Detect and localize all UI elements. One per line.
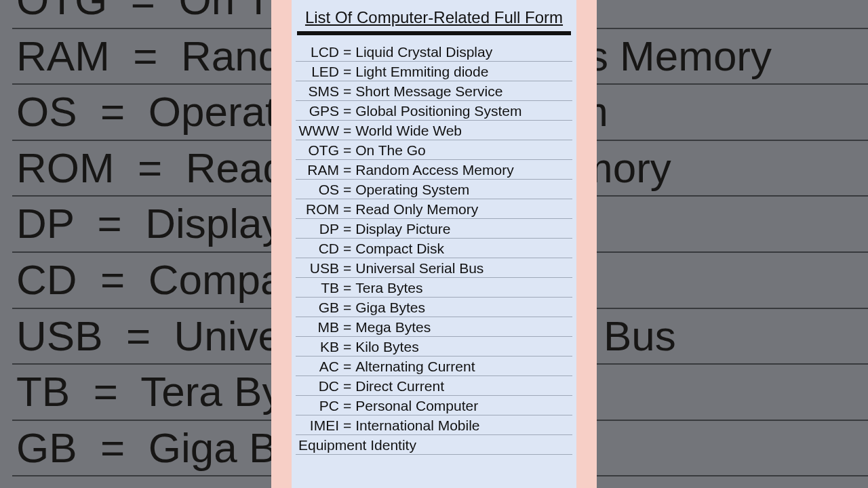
full-form: Kilo Bytes xyxy=(355,339,418,354)
full-form: Direct Current xyxy=(355,378,444,394)
list-item: OS=Operating System xyxy=(296,180,572,199)
list-item: LCD=Liquid Crystal Display xyxy=(296,42,572,62)
full-form: Light Emmiting diode xyxy=(355,64,488,79)
equals-sign: = xyxy=(339,64,355,79)
list-item: GB=Giga Bytes xyxy=(296,298,572,317)
list-item: IMEI=International Mobile xyxy=(296,415,572,435)
abbr: KB xyxy=(296,339,339,355)
full-form: World Wide Web xyxy=(355,123,462,138)
abbr: WWW xyxy=(296,123,339,139)
full-form: Random Access Memory xyxy=(355,162,513,178)
list-item: DC=Direct Current xyxy=(296,376,572,396)
full-form: Compact Disk xyxy=(355,241,444,256)
full-form: Mega Bytes xyxy=(355,319,431,335)
abbr: DP xyxy=(296,221,339,237)
equals-sign: = xyxy=(339,201,355,217)
abbr: OTG xyxy=(296,142,339,159)
abbr: IMEI xyxy=(296,418,339,434)
list-item: AC=Alternating Current xyxy=(296,357,572,376)
full-form: Liquid Crystal Display xyxy=(355,44,492,60)
abbr: GPS xyxy=(296,103,339,119)
list-item: OTG=On The Go xyxy=(296,140,572,160)
abbr: TB xyxy=(296,280,339,296)
paper-sheet: List Of Computer-Related Full Form LCD=L… xyxy=(292,0,576,488)
equals-sign: = xyxy=(339,44,355,60)
full-form: Personal Computer xyxy=(355,398,478,413)
list-item: MB=Mega Bytes xyxy=(296,317,572,337)
equals-sign: = xyxy=(339,123,355,138)
stage: OTG = On The GoRAM = Random Access Memor… xyxy=(0,0,868,488)
list-item: CD=Compact Disk xyxy=(296,239,572,258)
equals-sign: = xyxy=(339,241,355,256)
list-item: DP=Display Picture xyxy=(296,219,572,239)
full-form: Alternating Current xyxy=(355,359,475,374)
list-item: PC=Personal Computer xyxy=(296,396,572,415)
abbr: CD xyxy=(296,241,339,257)
equals-sign: = xyxy=(339,398,355,413)
full-form: Read Only Memory xyxy=(355,201,478,217)
list-item: ROM=Read Only Memory xyxy=(296,199,572,219)
full-form: Universal Serial Bus xyxy=(355,260,484,276)
equals-sign: = xyxy=(339,260,355,276)
equals-sign: = xyxy=(339,182,355,197)
list-item: KB=Kilo Bytes xyxy=(296,337,572,357)
abbr: MB xyxy=(296,319,339,336)
equals-sign: = xyxy=(339,221,355,237)
full-form: Giga Bytes xyxy=(355,300,425,315)
list-item: WWW=World Wide Web xyxy=(296,121,572,140)
full-form: Global Positioning System xyxy=(355,103,521,119)
phone-frame: List Of Computer-Related Full Form LCD=L… xyxy=(271,0,597,488)
equals-sign: = xyxy=(339,339,355,354)
abbr: PC xyxy=(296,398,339,414)
fullform-list: LCD=Liquid Crystal DisplayLED=Light Emmi… xyxy=(296,42,572,455)
list-item: LED=Light Emmiting diode xyxy=(296,62,572,81)
abbr: SMS xyxy=(296,83,339,100)
abbr: LED xyxy=(296,64,339,80)
full-form: Tera Bytes xyxy=(355,280,422,296)
list-item: USB=Universal Serial Bus xyxy=(296,258,572,278)
abbr: RAM xyxy=(296,162,339,178)
abbr: USB xyxy=(296,260,339,277)
equals-sign: = xyxy=(339,300,355,315)
equals-sign: = xyxy=(339,142,355,158)
full-form: Operating System xyxy=(355,182,469,197)
list-item: RAM=Random Access Memory xyxy=(296,160,572,180)
equals-sign: = xyxy=(339,378,355,394)
equals-sign: = xyxy=(339,162,355,178)
full-form: International Mobile xyxy=(355,418,479,433)
list-item-continuation: Equipment Identity xyxy=(296,435,572,455)
equals-sign: = xyxy=(339,418,355,433)
abbr: AC xyxy=(296,359,339,375)
equals-sign: = xyxy=(339,280,355,296)
equals-sign: = xyxy=(339,319,355,335)
abbr: OS xyxy=(296,182,339,198)
page-title: List Of Computer-Related Full Form xyxy=(297,8,571,35)
equals-sign: = xyxy=(339,103,355,119)
list-item: SMS=Short Message Service xyxy=(296,81,572,101)
full-form: On The Go xyxy=(355,142,426,158)
abbr: ROM xyxy=(296,201,339,218)
list-item: GPS=Global Positioning System xyxy=(296,101,572,121)
list-item: TB=Tera Bytes xyxy=(296,278,572,298)
abbr: DC xyxy=(296,378,339,394)
abbr: GB xyxy=(296,300,339,316)
equals-sign: = xyxy=(339,83,355,99)
abbr: LCD xyxy=(296,44,339,60)
full-form: Display Picture xyxy=(355,221,450,237)
equals-sign: = xyxy=(339,359,355,374)
full-form: Short Message Service xyxy=(355,83,502,99)
